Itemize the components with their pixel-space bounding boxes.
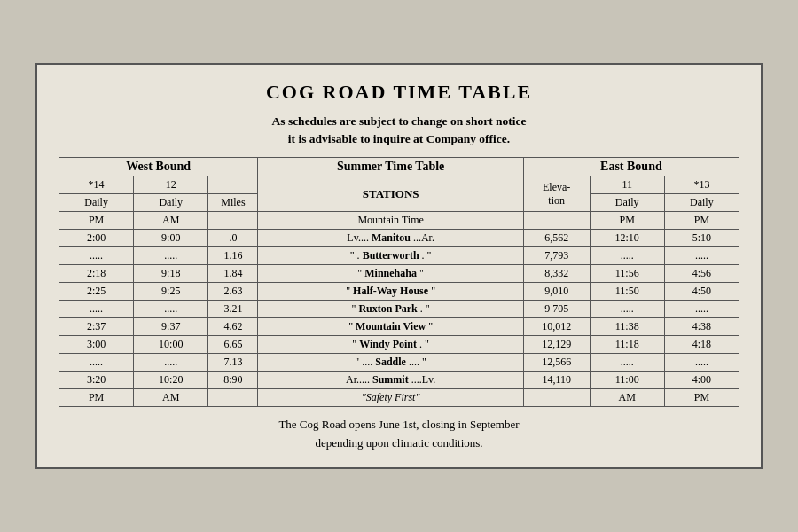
east-time2: 4:00 (664, 372, 739, 389)
east-num1: 11 (590, 176, 664, 194)
east-bound-header: East Bound (523, 158, 739, 176)
west-time2: 9:37 (134, 318, 208, 336)
elevation-label: Eleva-tion (523, 176, 590, 212)
station-name: " . Butterworth . " (258, 247, 523, 265)
west-bound-header: West Bound (59, 158, 258, 176)
station-name: " Minnehaha " (258, 265, 523, 283)
footer-row: PM AM "Safety First" AM PM (59, 389, 739, 407)
table-row: ..... ..... 7.13 " .... Saddle .... " 12… (59, 354, 739, 372)
table-row: ..... ..... 1.16 " . Butterworth . " 7,7… (59, 247, 739, 265)
elevation: 7,793 (523, 247, 590, 265)
table-row: 2:00 9:00 .0 Lv.... Manitou ...Ar. 6,562… (59, 230, 739, 247)
page-title: COG ROAD TIME TABLE (59, 81, 739, 104)
west-daily1: Daily (59, 194, 134, 212)
east-time1: 11:56 (590, 265, 664, 283)
elevation: 14,110 (523, 372, 590, 389)
east-time1: 11:50 (590, 283, 664, 301)
east-time1: 11:18 (590, 336, 664, 354)
footer-am: AM (134, 389, 208, 407)
east-time1: ..... (590, 247, 664, 265)
east-time2: 4:18 (664, 336, 739, 354)
elevation: 8,332 (523, 265, 590, 283)
west-miles-label: Miles (208, 194, 258, 212)
east-time2: ..... (664, 354, 739, 372)
east-time2: 4:56 (664, 265, 739, 283)
west-time2: 10:00 (134, 336, 208, 354)
west-time2: ..... (134, 301, 208, 318)
west-time2: 9:18 (134, 265, 208, 283)
station-name: Ar..... Summit ....Lv. (258, 372, 523, 389)
miles: .0 (208, 230, 258, 247)
east-time2: 5:10 (664, 230, 739, 247)
east-time2: 4:38 (664, 318, 739, 336)
station-name: " .... Saddle .... " (258, 354, 523, 372)
center-header: Summer Time Table (258, 158, 523, 176)
table-row: ..... ..... 3.21 " Ruxton Park . " 9 705… (59, 301, 739, 318)
miles: 7.13 (208, 354, 258, 372)
table-row: 3:20 10:20 8:90 Ar..... Summit ....Lv. 1… (59, 372, 739, 389)
west-time1: 3:20 (59, 372, 134, 389)
west-time1: ..... (59, 301, 134, 318)
station-name: " Windy Point . " (258, 336, 523, 354)
miles: 3.21 (208, 301, 258, 318)
west-time2: ..... (134, 354, 208, 372)
elevation: 12,129 (523, 336, 590, 354)
west-num1: *14 (59, 176, 134, 194)
west-time2: 9:00 (134, 230, 208, 247)
miles: 1.16 (208, 247, 258, 265)
west-time1: 2:37 (59, 318, 134, 336)
east-time2: ..... (664, 301, 739, 318)
east-time1: 12:10 (590, 230, 664, 247)
card: COG ROAD TIME TABLE As schedules are sub… (35, 63, 763, 469)
elevation: 10,012 (523, 318, 590, 336)
table-row: 3:00 10:00 6.65 " Windy Point . " 12,129… (59, 336, 739, 354)
bottom-note: The Cog Road opens June 1st, closing in … (59, 416, 739, 453)
west-time1: ..... (59, 247, 134, 265)
west-time2: 9:25 (134, 283, 208, 301)
west-time2: ..... (134, 247, 208, 265)
elevation: 6,562 (523, 230, 590, 247)
mountain-time-label: Mountain Time (258, 212, 523, 230)
east-time1: ..... (590, 354, 664, 372)
stations-label: STATIONS (258, 176, 523, 212)
east-time1: ..... (590, 301, 664, 318)
table-row: 2:18 9:18 1.84 " Minnehaha " 8,332 11:56… (59, 265, 739, 283)
west-miles-blank (208, 176, 258, 194)
east-pm2-label: PM (664, 212, 739, 230)
footer-safety: "Safety First" (258, 389, 523, 407)
miles: 8:90 (208, 372, 258, 389)
west-time1: 3:00 (59, 336, 134, 354)
east-time1: 11:00 (590, 372, 664, 389)
west-time1: ..... (59, 354, 134, 372)
station-name: " Half-Way House " (258, 283, 523, 301)
elevation: 12,566 (523, 354, 590, 372)
blank-miles (208, 212, 258, 230)
west-time1: 2:18 (59, 265, 134, 283)
subtitle: As schedules are subject to change on sh… (59, 113, 739, 149)
footer-blank (208, 389, 258, 407)
elevation: 9 705 (523, 301, 590, 318)
west-num2: 12 (134, 176, 208, 194)
east-time2: ..... (664, 247, 739, 265)
east-daily2: Daily (664, 194, 739, 212)
west-pm-label: PM (59, 212, 134, 230)
footer-east-pm: PM (664, 389, 739, 407)
west-am-label: AM (134, 212, 208, 230)
footer-elev-blank (523, 389, 590, 407)
west-time1: 2:00 (59, 230, 134, 247)
footer-east-am: AM (590, 389, 664, 407)
east-time1: 11:38 (590, 318, 664, 336)
west-daily2: Daily (134, 194, 208, 212)
station-name: " Mountain View " (258, 318, 523, 336)
timetable: West Bound Summer Time Table East Bound … (59, 157, 739, 407)
station-name: " Ruxton Park . " (258, 301, 523, 318)
table-row: 2:37 9:37 4.62 " Mountain View " 10,012 … (59, 318, 739, 336)
elevation: 9,010 (523, 283, 590, 301)
east-time2: 4:50 (664, 283, 739, 301)
west-time1: 2:25 (59, 283, 134, 301)
miles: 4.62 (208, 318, 258, 336)
miles: 2.63 (208, 283, 258, 301)
east-num2: *13 (664, 176, 739, 194)
footer-pm: PM (59, 389, 134, 407)
station-name: Lv.... Manitou ...Ar. (258, 230, 523, 247)
